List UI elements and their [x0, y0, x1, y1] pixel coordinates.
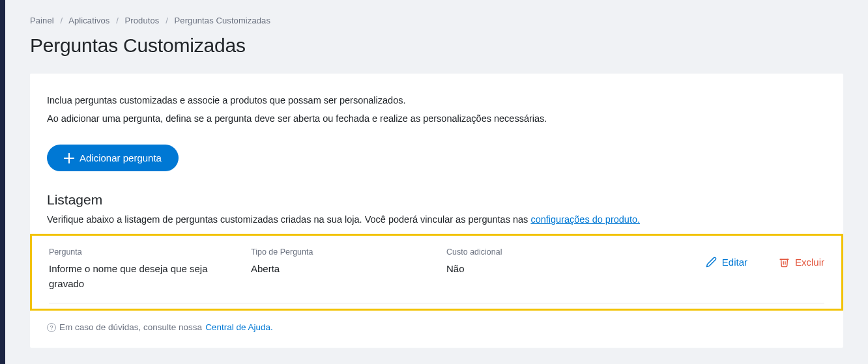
listing-description: Verifique abaixo a listagem de perguntas… [47, 214, 826, 225]
breadcrumb-painel[interactable]: Painel [30, 16, 54, 25]
product-settings-link[interactable]: configurações do produto. [530, 214, 640, 225]
intro-text: Inclua perguntas customizadas e associe … [47, 92, 826, 128]
listing-desc-text: Verifique abaixo a listagem de perguntas… [47, 214, 530, 225]
header-area: Painel / Aplicativos / Produtos / Pergun… [5, 0, 868, 57]
breadcrumb-separator: / [60, 16, 63, 25]
value-cost: Não [446, 262, 609, 277]
breadcrumb-current: Perguntas Customizadas [175, 16, 270, 25]
trash-icon [779, 257, 790, 268]
breadcrumb-aplicativos[interactable]: Aplicativos [68, 16, 109, 25]
header-type: Tipo de Pergunta [251, 247, 446, 257]
breadcrumb-separator: / [116, 16, 119, 25]
page-title: Perguntas Customizadas [30, 35, 843, 57]
help-icon: ? [47, 323, 56, 332]
pencil-icon [706, 257, 717, 268]
add-question-button[interactable]: Adicionar pergunta [47, 145, 179, 171]
delete-button[interactable]: Excluir [779, 257, 824, 268]
value-question: Informe o nome que deseja que seja grava… [49, 262, 238, 291]
intro-line-2: Ao adicionar uma pergunta, defina se a p… [47, 110, 826, 128]
help-center-link[interactable]: Central de Ajuda. [205, 322, 273, 332]
delete-label: Excluir [795, 257, 824, 268]
table-row: Pergunta Informe o nome que deseja que s… [49, 241, 824, 303]
breadcrumb-separator: / [166, 16, 168, 25]
col-cost: Custo adicional Não [446, 247, 609, 277]
col-type: Tipo de Pergunta Aberta [251, 247, 446, 277]
footer-help: ? Em caso de dúvidas, consulte nossa Cen… [30, 311, 843, 332]
breadcrumb: Painel / Aplicativos / Produtos / Pergun… [30, 16, 843, 25]
col-question: Pergunta Informe o nome que deseja que s… [49, 247, 251, 291]
col-actions: Editar Excluir [609, 247, 824, 268]
intro-line-1: Inclua perguntas customizadas e associe … [47, 92, 826, 110]
footer-text: Em caso de dúvidas, consulte nossa [59, 322, 202, 332]
listing-highlight: Pergunta Informe o nome que deseja que s… [30, 234, 843, 311]
edit-label: Editar [722, 257, 747, 268]
content-card: Inclua perguntas customizadas e associe … [30, 74, 843, 348]
side-accent [0, 0, 5, 364]
breadcrumb-produtos[interactable]: Produtos [125, 16, 160, 25]
page: Painel / Aplicativos / Produtos / Pergun… [0, 0, 868, 348]
value-type: Aberta [251, 262, 446, 277]
edit-button[interactable]: Editar [706, 257, 747, 268]
plus-icon [64, 153, 74, 163]
add-button-label: Adicionar pergunta [80, 152, 162, 163]
header-cost: Custo adicional [446, 247, 609, 257]
listing-title: Listagem [47, 192, 826, 208]
header-question: Pergunta [49, 247, 238, 257]
